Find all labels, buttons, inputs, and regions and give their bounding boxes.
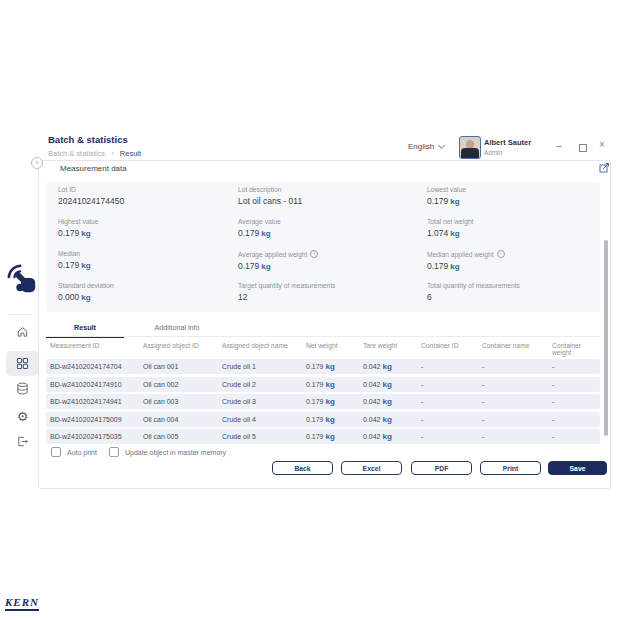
- field-average-value: Average value0.179kg: [238, 218, 427, 250]
- table-cell: Crude oil 4: [222, 416, 306, 423]
- field-label: Highest value: [58, 218, 238, 225]
- table-cell: 0.179kg: [306, 432, 363, 441]
- breadcrumb-root[interactable]: Batch & statistics: [48, 149, 105, 158]
- column-header-measurement-id: Measurement ID: [50, 342, 143, 356]
- table-cell: Oil can 002: [143, 381, 222, 388]
- print-button[interactable]: Print: [480, 461, 541, 475]
- window-minimize-button[interactable]: –: [556, 140, 566, 151]
- tab-additional-info[interactable]: Additional info: [130, 319, 224, 336]
- table-cell: 0.179kg: [306, 362, 363, 371]
- field-value: 0.179kg: [58, 260, 238, 270]
- table-cell: 0.179kg: [306, 380, 363, 389]
- field-value: 0.179kg: [427, 261, 592, 271]
- logout-icon: [16, 435, 29, 448]
- language-selector[interactable]: English: [408, 142, 444, 151]
- column-header-container-weight: Container weight: [552, 342, 600, 356]
- options-row: Auto print Update object in master memor…: [51, 447, 226, 457]
- column-header-assigned-object-id: Assigned object ID: [143, 342, 222, 356]
- unit-label: kg: [326, 432, 335, 441]
- field-total-quantity-of-measurements: Total quantity of measurements6: [427, 282, 592, 314]
- sidebar-item-apps[interactable]: [6, 351, 39, 376]
- table-cell: Oil can 003: [143, 398, 222, 405]
- column-header-assigned-object-name: Assigned object name: [222, 342, 306, 356]
- window-close-button[interactable]: ×: [599, 139, 605, 150]
- tap-hand-icon: [5, 261, 39, 297]
- user-name: Albert Sauter: [484, 138, 531, 147]
- field-value: 0.179kg: [58, 228, 238, 238]
- table-cell: -: [552, 398, 600, 405]
- table-row[interactable]: BD-w24102024174910Oil can 002Crude oil 2…: [46, 377, 600, 392]
- field-label: Total net weight: [427, 218, 592, 225]
- table-cell: -: [421, 381, 482, 388]
- apps-grid-icon: [16, 357, 29, 370]
- table-cell: -: [482, 363, 552, 370]
- update-object-checkbox[interactable]: Update object in master memory: [109, 447, 226, 457]
- table-cell: BD-w24102024175009: [50, 416, 143, 423]
- field-lowest-value: Lowest value0.179kg: [427, 186, 592, 218]
- info-icon[interactable]: i: [497, 250, 505, 258]
- table-header: Measurement IDAssigned object IDAssigned…: [46, 342, 600, 356]
- table-cell: -: [552, 416, 600, 423]
- sidebar-item-home[interactable]: [6, 319, 39, 344]
- table-cell: BD-w24102024174941: [50, 398, 143, 405]
- window-maximize-button[interactable]: [579, 144, 587, 152]
- unit-label: kg: [261, 262, 270, 271]
- database-icon: [16, 382, 29, 395]
- back-button[interactable]: Back: [272, 461, 333, 475]
- breadcrumb-separator-icon: ›: [111, 149, 114, 158]
- unit-label: kg: [261, 229, 270, 238]
- expand-icon[interactable]: [599, 162, 610, 173]
- table-cell: 0.042kg: [363, 432, 421, 441]
- unit-label: kg: [383, 415, 392, 424]
- field-median-applied-weight: Median applied weighti0.179kg: [427, 250, 592, 282]
- save-button[interactable]: Save: [548, 461, 607, 475]
- field-value: 20241024174450: [58, 196, 238, 206]
- field-target-quantity-of-measurements: Target quantity of measurements12: [238, 282, 427, 314]
- table-cell: -: [421, 398, 482, 405]
- unit-label: kg: [326, 397, 335, 406]
- avatar[interactable]: [459, 136, 481, 159]
- sidebar-item-settings[interactable]: ⚙: [6, 404, 39, 429]
- field-label: Median applied weighti: [427, 250, 592, 258]
- table-cell: -: [482, 398, 552, 405]
- tabs-divider: [46, 336, 600, 337]
- table-cell: -: [421, 416, 482, 423]
- sidebar-item-database[interactable]: [6, 376, 39, 401]
- table-cell: Oil can 004: [143, 416, 222, 423]
- table-row[interactable]: BD-w24102024174704Oil can 001Crude oil 1…: [46, 359, 600, 374]
- unit-label: kg: [450, 262, 459, 271]
- table-cell: -: [421, 433, 482, 440]
- table-cell: -: [552, 381, 600, 388]
- field-label: Lot description: [238, 186, 427, 193]
- table-cell: -: [421, 363, 482, 370]
- auto-print-checkbox[interactable]: Auto print: [51, 447, 97, 457]
- table-cell: Crude oil 5: [222, 433, 306, 440]
- sidebar-collapse-button[interactable]: ›: [31, 157, 43, 169]
- field-median: Median0.179kg: [58, 250, 238, 282]
- pdf-button[interactable]: PDF: [411, 461, 472, 475]
- sidebar-divider: [8, 314, 32, 315]
- checkbox-icon: [51, 447, 61, 457]
- field-lot-description: Lot descriptionLot oil cans - 011: [238, 186, 427, 218]
- field-highest-value: Highest value0.179kg: [58, 218, 238, 250]
- table-cell: Crude oil 1: [222, 363, 306, 370]
- field-label: Lowest value: [427, 186, 592, 193]
- field-label: Average applied weighti: [238, 250, 427, 258]
- table-cell: BD-w24102024175035: [50, 433, 143, 440]
- unit-label: kg: [383, 432, 392, 441]
- excel-button[interactable]: Excel: [341, 461, 402, 475]
- table-row[interactable]: BD-w24102024174941Oil can 003Crude oil 3…: [46, 394, 600, 409]
- info-icon[interactable]: i: [310, 250, 318, 258]
- vertical-scrollbar[interactable]: [604, 240, 608, 436]
- unit-label: kg: [383, 362, 392, 371]
- table-row[interactable]: BD-w24102024175035Oil can 005Crude oil 5…: [46, 429, 600, 444]
- field-label: Lot ID: [58, 186, 238, 193]
- table-cell: Crude oil 3: [222, 398, 306, 405]
- field-value: 0.179kg: [427, 196, 592, 206]
- sidebar-item-logout[interactable]: [6, 429, 39, 454]
- unit-label: kg: [326, 362, 335, 371]
- field-label: Median: [58, 250, 238, 257]
- table-cell: 0.179kg: [306, 397, 363, 406]
- table-row[interactable]: BD-w24102024175009Oil can 004Crude oil 4…: [46, 412, 600, 427]
- field-standard-deviation: Standard deviation0.000kg: [58, 282, 238, 314]
